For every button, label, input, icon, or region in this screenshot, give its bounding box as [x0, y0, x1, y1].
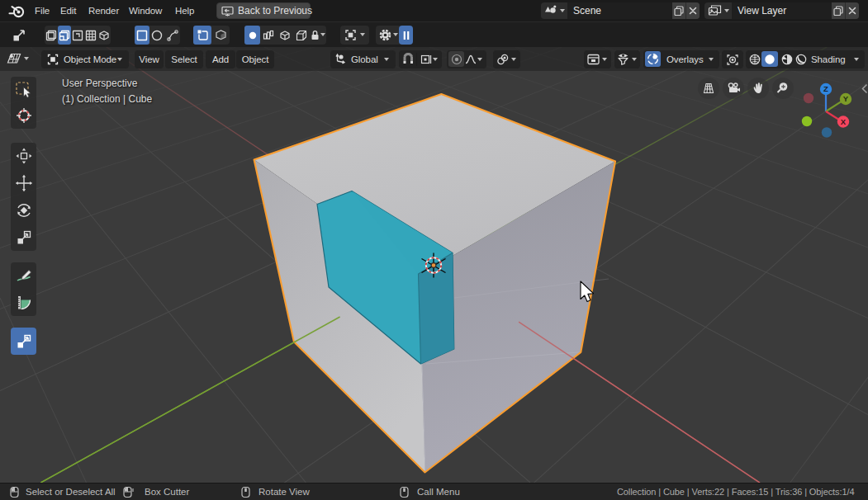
- svg-text:Z: Z: [823, 84, 828, 93]
- svg-text:Y: Y: [843, 94, 849, 103]
- svg-text:X: X: [841, 117, 847, 126]
